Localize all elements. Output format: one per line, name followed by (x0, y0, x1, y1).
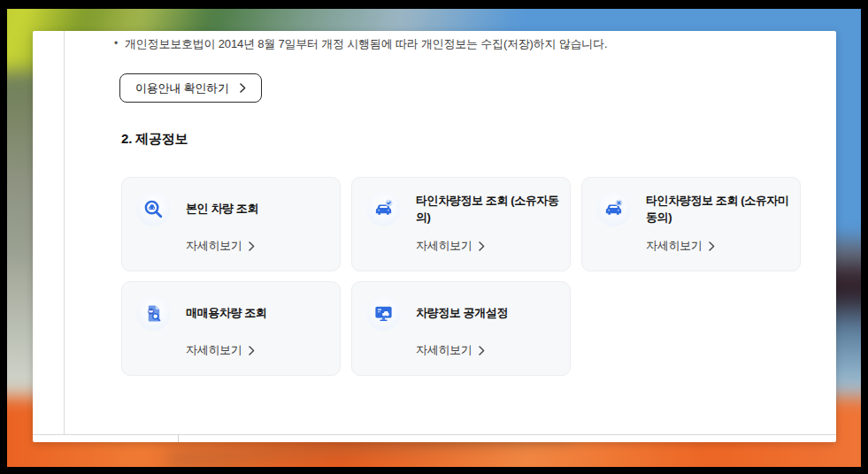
card-other-vehicle-lookup-consent[interactable]: 타인차량정보 조회 (소유자동의) 자세히보기 (351, 177, 571, 271)
footer-divider-tick (178, 434, 179, 442)
chevron-right-icon (249, 241, 255, 251)
detail-link[interactable]: 자세히보기 (186, 342, 255, 358)
section-title-provided-info: 2. 제공정보 (121, 131, 188, 148)
service-card-grid: 본인 차량 조회 자세히보기 (121, 177, 801, 376)
content-panel: • 개인정보보호법이 2014년 8월 7일부터 개정 시행됨에 따라 개인정보… (33, 31, 836, 442)
card-title: 본인 차량 조회 (186, 201, 258, 217)
privacy-note-text: 개인정보보호법이 2014년 8월 7일부터 개정 시행됨에 따라 개인정보는 … (125, 36, 607, 52)
detail-link[interactable]: 자세히보기 (416, 342, 485, 358)
chevron-right-icon (479, 346, 485, 356)
monitor-car-icon (366, 296, 401, 331)
chevron-right-icon (479, 241, 485, 251)
usage-guide-button-label: 이용안내 확인하기 (135, 80, 229, 96)
card-title: 차량정보 공개설정 (416, 305, 508, 321)
sale-vehicle-doc-icon (136, 296, 171, 331)
detail-link[interactable]: 자세히보기 (646, 238, 715, 254)
chevron-right-icon (249, 346, 255, 356)
card-title: 타인차량정보 조회 (소유자동의) (416, 193, 561, 225)
bottom-divider (33, 434, 836, 435)
card-title: 타인차량정보 조회 (소유자미동의) (646, 193, 791, 225)
card-sale-vehicle-lookup[interactable]: 매매용차량 조회 자세히보기 (121, 281, 341, 376)
car-check-icon (366, 192, 401, 226)
sidebar-divider (64, 31, 65, 434)
card-vehicle-info-visibility[interactable]: 차량정보 공개설정 자세히보기 (351, 281, 571, 376)
car-x-icon (596, 192, 631, 226)
card-other-vehicle-lookup-no-consent[interactable]: 타인차량정보 조회 (소유자미동의) 자세히보기 (581, 177, 801, 271)
card-own-vehicle-lookup[interactable]: 본인 차량 조회 자세히보기 (121, 177, 341, 271)
chevron-right-icon (709, 241, 715, 251)
chevron-right-icon (240, 83, 246, 93)
card-title: 매매용차량 조회 (186, 305, 266, 321)
usage-guide-button[interactable]: 이용안내 확인하기 (119, 73, 262, 103)
privacy-note: • 개인정보보호법이 2014년 8월 7일부터 개정 시행됨에 따라 개인정보… (114, 36, 607, 52)
detail-link[interactable]: 자세히보기 (186, 238, 255, 254)
bullet-icon: • (114, 36, 118, 52)
detail-link[interactable]: 자세히보기 (416, 238, 485, 254)
car-search-icon (136, 192, 171, 226)
